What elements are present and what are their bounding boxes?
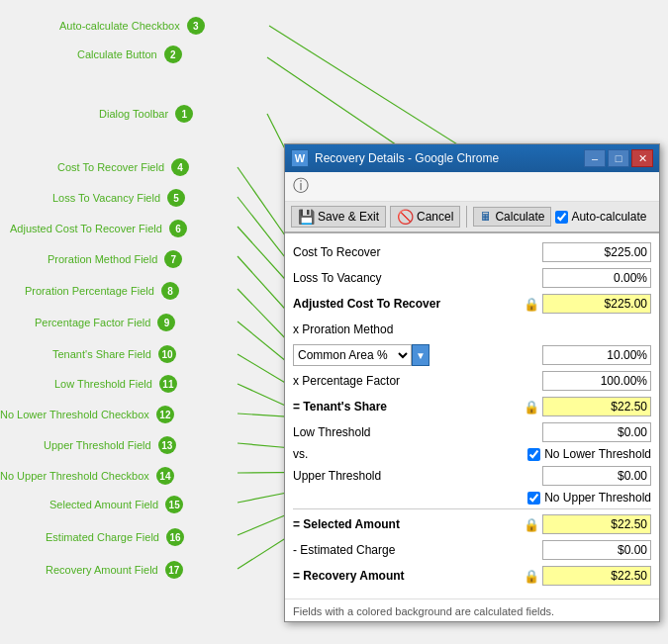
tenants-share-label: = Tenant's Share bbox=[293, 400, 523, 414]
proration-method-select[interactable]: Common Area % bbox=[293, 344, 412, 366]
auto-calculate-checkbox[interactable] bbox=[555, 211, 568, 224]
vs-row: vs. No Lower Threshold bbox=[293, 447, 651, 461]
no-upper-threshold-label: No Upper Threshold bbox=[527, 491, 651, 505]
label-auto-calculate: Auto-calculate Checkbox 3 bbox=[59, 17, 205, 35]
label-dialog-toolbar: Dialog Toolbar 1 bbox=[99, 105, 193, 123]
dialog-window: W Recovery Details - Google Chrome – □ ✕… bbox=[284, 143, 660, 622]
selected-amount-lock-icon: 🔒 bbox=[523, 515, 540, 533]
estimated-charge-label: - Estimated Charge bbox=[293, 543, 542, 557]
proration-pct-input[interactable] bbox=[542, 345, 651, 365]
no-lower-threshold-label: No Lower Threshold bbox=[527, 447, 651, 461]
pct-factor-label: x Percentage Factor bbox=[293, 374, 542, 388]
select-arrow-icon[interactable]: ▼ bbox=[412, 344, 429, 366]
upper-threshold-input[interactable] bbox=[542, 466, 651, 486]
recovery-amount-lock-icon: 🔒 bbox=[523, 567, 540, 585]
recovery-amount-label: = Recovery Amount bbox=[293, 569, 523, 583]
toolbar: 💾 Save & Exit 🚫 Cancel 🖩 Calculate Auto-… bbox=[285, 202, 659, 233]
recovery-amount-row: = Recovery Amount 🔒 bbox=[293, 565, 651, 587]
title-bar: W Recovery Details - Google Chrome – □ ✕ bbox=[285, 144, 659, 172]
label-selected-amount: Selected Amount Field 15 bbox=[49, 496, 183, 513]
footer-note: Fields with a colored background are cal… bbox=[285, 598, 659, 621]
recovery-amount-input[interactable] bbox=[542, 566, 651, 586]
label-pct-factor: Percentage Factor Field 9 bbox=[35, 314, 175, 331]
minimize-button[interactable]: – bbox=[584, 149, 606, 167]
auto-calculate-checkbox-wrapper: Auto-calculate bbox=[555, 210, 646, 224]
pct-factor-input[interactable] bbox=[542, 371, 651, 391]
label-calculate-btn: Calculate Button 2 bbox=[77, 46, 182, 63]
tenants-share-input[interactable] bbox=[542, 397, 651, 416]
separator bbox=[293, 508, 651, 509]
label-proration-method: Proration Method Field 7 bbox=[48, 250, 182, 268]
selected-amount-label: = Selected Amount bbox=[293, 517, 523, 531]
pct-factor-row: x Percentage Factor bbox=[293, 370, 651, 392]
cancel-icon: 🚫 bbox=[397, 209, 414, 225]
label-recovery-amount: Recovery Amount Field 17 bbox=[46, 561, 183, 579]
adjusted-cost-row: Adjusted Cost To Recover 🔒 bbox=[293, 293, 651, 315]
label-no-upper: No Upper Threshold Checkbox 14 bbox=[0, 467, 174, 485]
close-button[interactable]: ✕ bbox=[631, 149, 653, 167]
adjusted-cost-input[interactable] bbox=[542, 294, 651, 314]
label-upper-threshold: Upper Threshold Field 13 bbox=[44, 436, 176, 454]
save-exit-button[interactable]: 💾 Save & Exit bbox=[291, 206, 386, 228]
label-proration-pct: Proration Percentage Field 8 bbox=[25, 282, 179, 300]
title-bar-icon: W bbox=[291, 149, 309, 167]
tenants-share-row: = Tenant's Share 🔒 bbox=[293, 396, 651, 417]
label-loss-to-vacancy: Loss To Vacancy Field 5 bbox=[52, 189, 185, 207]
tenants-share-lock-icon: 🔒 bbox=[523, 398, 540, 415]
no-upper-threshold-row: No Upper Threshold bbox=[293, 491, 651, 505]
proration-select-wrap: Common Area % ▼ bbox=[293, 344, 429, 366]
estimated-charge-row: - Estimated Charge bbox=[293, 539, 651, 561]
no-upper-threshold-checkbox[interactable] bbox=[527, 492, 540, 505]
toolbar-separator bbox=[466, 206, 467, 228]
label-tenants-share: Tenant's Share Field 10 bbox=[52, 345, 176, 363]
info-bar: ⓘ bbox=[285, 172, 659, 202]
no-lower-threshold-checkbox[interactable] bbox=[527, 448, 540, 461]
info-icon: ⓘ bbox=[293, 177, 309, 194]
label-estimated-charge: Estimated Charge Field 16 bbox=[46, 528, 184, 546]
adjusted-cost-lock-icon: 🔒 bbox=[523, 295, 540, 313]
cost-to-recover-label: Cost To Recover bbox=[293, 245, 542, 259]
loss-to-vacancy-label: Loss To Vacancy bbox=[293, 271, 542, 285]
loss-to-vacancy-input[interactable] bbox=[542, 268, 651, 288]
proration-method-header-row: x Proration Method bbox=[293, 319, 651, 340]
proration-method-header-label: x Proration Method bbox=[293, 322, 651, 336]
adjusted-cost-label: Adjusted Cost To Recover bbox=[293, 297, 523, 311]
estimated-charge-input[interactable] bbox=[542, 540, 651, 560]
cancel-button[interactable]: 🚫 Cancel bbox=[390, 206, 460, 228]
loss-to-vacancy-row: Loss To Vacancy bbox=[293, 267, 651, 289]
low-threshold-row: Low Threshold bbox=[293, 421, 651, 443]
upper-threshold-row: Upper Threshold bbox=[293, 465, 651, 487]
calc-icon: 🖩 bbox=[480, 210, 492, 224]
selected-amount-row: = Selected Amount 🔒 bbox=[293, 513, 651, 535]
content-area: Cost To Recover Loss To Vacancy Adjusted… bbox=[285, 233, 659, 598]
save-icon: 💾 bbox=[298, 209, 315, 225]
maximize-button[interactable]: □ bbox=[608, 149, 629, 167]
selected-amount-input[interactable] bbox=[542, 514, 651, 534]
cost-to-recover-row: Cost To Recover bbox=[293, 241, 651, 263]
label-low-threshold: Low Threshold Field 11 bbox=[54, 375, 177, 393]
label-cost-to-recover: Cost To Recover Field 4 bbox=[57, 158, 189, 176]
low-threshold-input[interactable] bbox=[542, 422, 651, 442]
cost-to-recover-input[interactable] bbox=[542, 242, 651, 262]
low-threshold-label: Low Threshold bbox=[293, 425, 542, 439]
calculate-button[interactable]: 🖩 Calculate bbox=[473, 207, 551, 227]
proration-method-select-row: Common Area % ▼ bbox=[293, 344, 651, 366]
upper-threshold-label: Upper Threshold bbox=[293, 469, 542, 483]
label-adjusted-cost: Adjusted Cost To Recover Field 6 bbox=[10, 220, 187, 237]
vs-label: vs. bbox=[293, 447, 308, 461]
label-no-lower: No Lower Threshold Checkbox 12 bbox=[0, 406, 174, 423]
title-bar-text: Recovery Details - Google Chrome bbox=[315, 151, 582, 165]
